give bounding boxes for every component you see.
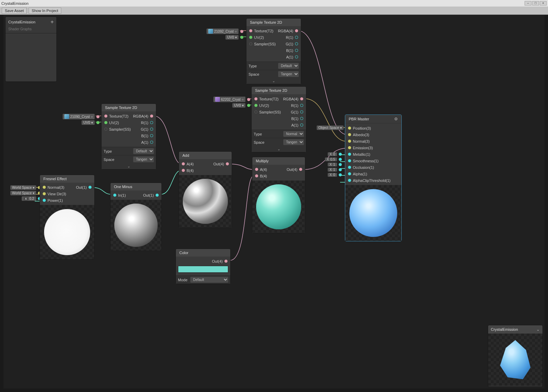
port-b[interactable] <box>255 174 258 177</box>
node-one-minus[interactable]: One Minus In(1)Out(1) <box>110 183 162 251</box>
port-g[interactable] <box>300 110 303 113</box>
port-normal[interactable] <box>43 186 46 189</box>
smoothness-value[interactable]: X0.5 <box>325 157 337 161</box>
port-sampler[interactable] <box>254 110 257 113</box>
port-g[interactable] <box>150 128 153 131</box>
port-viewdir[interactable] <box>43 192 46 195</box>
texture-chip-21092[interactable]: 21092_Cryst○ <box>207 29 239 34</box>
collapse-chevron-icon[interactable]: ⌄ <box>102 163 156 169</box>
port-rgba[interactable] <box>300 97 303 100</box>
port-uv[interactable] <box>254 104 257 107</box>
collapse-chevron-icon[interactable]: ⌄ <box>252 146 306 152</box>
blackboard-add-button[interactable]: + <box>51 19 54 25</box>
node-add[interactable]: Add A(4)Out(4) B(4) <box>179 151 232 228</box>
port-texture[interactable] <box>104 115 107 118</box>
port-a[interactable] <box>150 141 153 144</box>
uv-chip[interactable]: UV0 ▾ <box>232 103 245 108</box>
port-out[interactable] <box>96 115 99 118</box>
port[interactable] <box>339 158 342 161</box>
port-occlusion[interactable] <box>348 166 351 169</box>
show-in-project-button[interactable]: Show In Project <box>29 8 61 14</box>
node-color[interactable]: Color Out(4) ModeDefault <box>176 249 231 284</box>
port-smoothness[interactable] <box>348 159 351 162</box>
port-rgba[interactable] <box>295 29 298 32</box>
port-out[interactable] <box>96 121 99 124</box>
port-out[interactable] <box>247 104 250 107</box>
world-space-chip[interactable]: World Space ▾ <box>10 191 36 195</box>
port-uv[interactable] <box>249 36 252 39</box>
port-r[interactable] <box>150 121 153 124</box>
minimize-button[interactable]: – <box>525 1 531 6</box>
type-dropdown[interactable]: Default <box>278 63 299 69</box>
port-sampler[interactable] <box>104 128 107 131</box>
port[interactable] <box>339 153 342 156</box>
clip-value[interactable]: X0 <box>328 173 337 177</box>
port-power[interactable] <box>43 199 46 202</box>
port-a[interactable] <box>182 162 185 165</box>
node-pbr-master[interactable]: PBR Master ⚙ Position(3) Albedo(3) Norma… <box>345 115 402 241</box>
port-emission[interactable] <box>348 146 351 149</box>
port-texture[interactable] <box>249 29 252 32</box>
texture-chip-21090[interactable]: 21090_Cryst○ <box>63 114 95 119</box>
node-sample-texture-top[interactable]: Sample Texture 2D Texture(T2)RGBA(4) UV(… <box>246 18 301 84</box>
port-out[interactable] <box>299 168 302 171</box>
chevron-down-icon[interactable]: ⌄ <box>536 327 540 332</box>
main-preview-panel[interactable]: CrystalEmission ⌄ <box>488 325 543 387</box>
gear-icon[interactable]: ⚙ <box>394 117 398 121</box>
occlusion-value[interactable]: X1 <box>328 163 337 166</box>
port[interactable] <box>339 163 342 166</box>
space-dropdown[interactable]: Tangent <box>278 71 299 77</box>
metallic-value[interactable]: X0 <box>328 152 337 156</box>
object-space-chip[interactable]: Object Space ▾ <box>317 126 344 130</box>
port-texture[interactable] <box>254 97 257 100</box>
type-dropdown[interactable]: Default <box>133 148 154 154</box>
port-b[interactable] <box>182 169 185 172</box>
port-a[interactable] <box>255 168 258 171</box>
port-out[interactable] <box>247 98 250 101</box>
port-sampler[interactable] <box>249 42 252 45</box>
port-metallic[interactable] <box>348 153 351 156</box>
port-r[interactable] <box>300 104 303 107</box>
port-out[interactable] <box>240 30 243 33</box>
power-value-field[interactable]: X0.2 <box>22 196 36 201</box>
blackboard-panel[interactable]: CrystalEmission + Shader Graphs <box>5 17 57 82</box>
uv-chip[interactable]: UV0 ▾ <box>82 120 94 125</box>
port-alpha[interactable] <box>348 172 351 175</box>
node-sample-texture-mid[interactable]: Sample Texture 2D Texture(T2)RGBA(4) UV(… <box>251 86 306 152</box>
uv-chip[interactable]: UV0 ▾ <box>225 35 238 40</box>
texture-chip-62202[interactable]: 62202_Cryst○ <box>213 97 245 102</box>
port-uv[interactable] <box>104 121 107 124</box>
collapse-chevron-icon[interactable]: ⌄ <box>246 78 301 84</box>
port-position[interactable] <box>348 127 351 130</box>
port[interactable] <box>339 173 342 176</box>
world-space-chip[interactable]: World Space ▾ <box>10 185 36 190</box>
space-dropdown[interactable]: Tangent <box>133 156 154 162</box>
port-out[interactable] <box>88 186 92 189</box>
port-g[interactable] <box>295 42 298 45</box>
shader-graph-canvas[interactable]: CrystalEmission + Shader Graphs 21092_Cr… <box>3 15 545 389</box>
port-b[interactable] <box>300 117 303 120</box>
port-out[interactable] <box>226 162 229 165</box>
mode-dropdown[interactable]: Default <box>190 277 228 283</box>
color-swatch[interactable] <box>178 266 228 273</box>
port-alphaclip[interactable] <box>348 179 351 182</box>
node-sample-texture-left[interactable]: Sample Texture 2D Texture(T2)RGBA(4) UV(… <box>101 104 156 170</box>
port-a[interactable] <box>295 55 298 58</box>
port-in[interactable] <box>113 194 116 197</box>
port-b[interactable] <box>150 134 153 137</box>
space-dropdown[interactable]: Tangent <box>283 139 304 145</box>
port-r[interactable] <box>295 36 298 39</box>
alpha-value[interactable]: X1 <box>328 168 337 172</box>
port-out[interactable] <box>156 194 159 197</box>
node-fresnel-effect[interactable]: Fresnel Effect Normal(3)Out(1) View Dir(… <box>40 175 95 260</box>
port[interactable] <box>339 168 342 171</box>
close-button[interactable]: × <box>540 1 547 6</box>
port-out[interactable] <box>224 260 228 263</box>
port-normal[interactable] <box>348 140 351 143</box>
node-multiply[interactable]: Multiply A(4)Out(4) B(4) <box>252 157 305 233</box>
port-a[interactable] <box>300 123 303 127</box>
maximize-button[interactable]: □ <box>532 1 539 6</box>
port-albedo[interactable] <box>348 133 351 136</box>
type-dropdown[interactable]: Normal <box>283 131 304 137</box>
port-b[interactable] <box>295 49 298 52</box>
